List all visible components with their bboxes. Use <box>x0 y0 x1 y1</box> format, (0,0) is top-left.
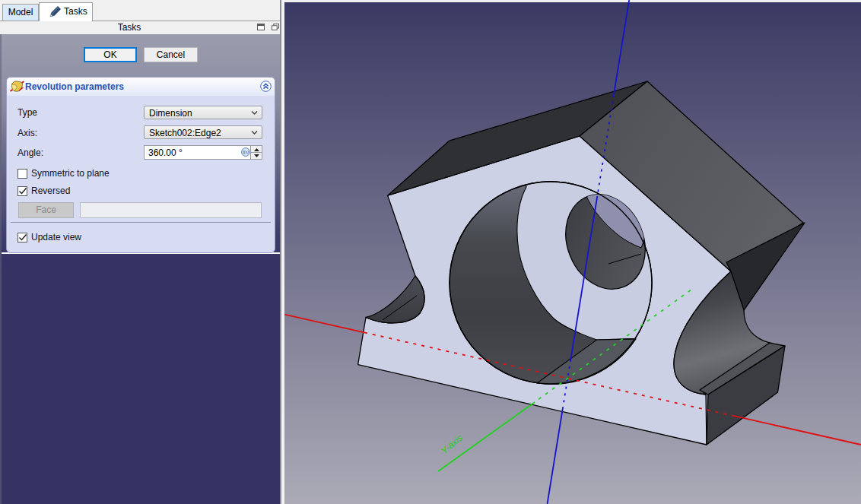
svg-text:f(x): f(x) <box>243 150 249 155</box>
